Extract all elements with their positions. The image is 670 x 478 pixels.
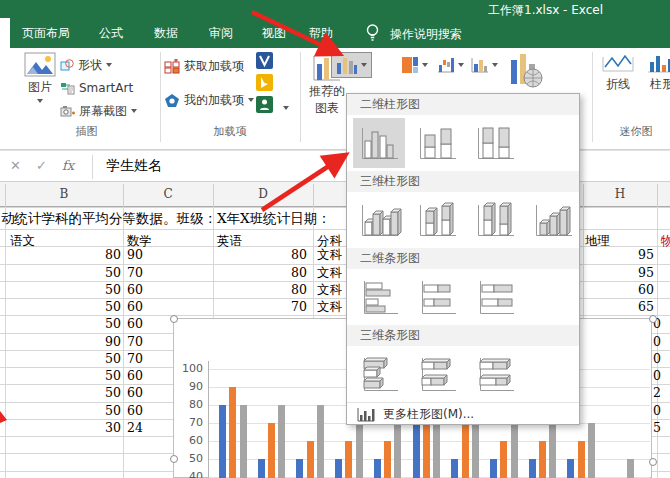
cell-yingyu[interactable]: 70 (230, 298, 307, 315)
cell-yingyu[interactable]: 80 (230, 281, 307, 298)
column-header-H[interactable]: H (615, 187, 625, 201)
insert-statistic-chart-button[interactable] (466, 52, 503, 78)
tab-1[interactable]: 公式 (99, 25, 123, 42)
chart-type-stacked-column-3d[interactable] (411, 195, 463, 245)
cell-yuwen[interactable]: 50 (40, 350, 121, 367)
column-header-B[interactable]: B (60, 187, 69, 201)
chart-ytick-label: 70 (174, 416, 203, 429)
cell-yuwen[interactable]: 90 (40, 333, 121, 350)
chart-type-stacked-bar-2d[interactable] (411, 272, 463, 322)
chart-selection-handle[interactable] (649, 315, 657, 323)
cell-yuwen[interactable]: 50 (40, 315, 121, 332)
cell-shuxue[interactable]: 70 (127, 333, 143, 350)
sparkline-column-button[interactable]: 柱形 (642, 52, 670, 93)
dropdown-section-row-1 (347, 192, 579, 248)
cell-yuwen[interactable]: 50 (40, 281, 121, 298)
chart-type-stacked100-column-2d[interactable] (469, 118, 521, 168)
more-column-charts-item[interactable]: 更多柱形图(M)... (347, 402, 579, 426)
addin-apps-expand[interactable] (283, 98, 289, 117)
cell-dili[interactable]: 60 (574, 281, 654, 298)
smartart-button[interactable]: SmartArt (60, 79, 133, 97)
chart-selection-handle[interactable] (170, 315, 178, 323)
people-graph-button[interactable] (256, 96, 273, 117)
chart-ytick-label: 100 (174, 362, 203, 375)
cell-shuxue[interactable]: 60 (127, 315, 143, 332)
formula-input[interactable]: 学生姓名 (106, 157, 162, 175)
chart-type-clustered-bar-3d[interactable] (353, 349, 405, 399)
insert-hierarchy-chart-button[interactable] (396, 52, 433, 78)
picture-button[interactable]: 图片 (18, 52, 62, 106)
chart-type-stacked-bar-3d[interactable] (411, 349, 463, 399)
chart-selection-handle[interactable] (649, 458, 657, 466)
insert-waterfall-chart-button[interactable] (432, 52, 469, 78)
cell-shuxue[interactable]: 60 (127, 367, 143, 384)
chart-bar-语文 (567, 459, 574, 478)
cell-yuwen[interactable]: 50 (40, 367, 121, 384)
column-header-C[interactable]: C (163, 187, 172, 201)
stacked100-bar-2d-icon (472, 277, 518, 317)
tab-2[interactable]: 数据 (154, 25, 178, 42)
dropdown-section-row-2 (347, 269, 579, 325)
cell-yuwen[interactable]: 50 (40, 402, 121, 419)
cell-header-yuwen[interactable]: 语文 (10, 232, 35, 249)
tab-4[interactable]: 视图 (262, 25, 286, 42)
cell-shuxue[interactable]: 24 (127, 419, 143, 436)
cell-fenke[interactable]: 文科 (317, 298, 342, 315)
tell-me-search[interactable]: 操作说明搜索 (364, 23, 381, 45)
cell-dili[interactable]: 65 (574, 298, 654, 315)
chart-bar-语文 (219, 405, 226, 478)
cell-shuxue[interactable]: 60 (127, 298, 143, 315)
cell-dili[interactable]: 95 (574, 264, 654, 281)
cell-yuwen[interactable]: 50 (40, 298, 121, 315)
chart-type-clustered-bar-2d[interactable] (353, 272, 405, 322)
column-header-D[interactable]: D (258, 187, 268, 201)
fx-icon[interactable]: fx (62, 158, 74, 173)
cell-yuwen[interactable]: 30 (40, 419, 121, 436)
cell-shuxue[interactable]: 60 (127, 402, 143, 419)
cell-fenke[interactable]: 文科 (317, 264, 342, 281)
tab-3[interactable]: 审阅 (209, 25, 233, 42)
chart-type-clustered-column-3d[interactable] (353, 195, 405, 245)
addins-group-label: 加载项 (160, 124, 300, 140)
shapes-button[interactable]: 形状 (60, 56, 112, 74)
sparkline-line-button[interactable]: 折线 (598, 52, 638, 93)
tab-0[interactable]: 页面布局 (22, 25, 70, 42)
cell-yuwen[interactable]: 80 (40, 246, 121, 263)
cell-shuxue[interactable]: 70 (127, 264, 143, 281)
visio-addin-button[interactable] (256, 52, 273, 73)
tab-5[interactable]: 帮助 (309, 25, 333, 42)
active-tab-edge[interactable] (0, 18, 10, 48)
screenshot-button[interactable]: 屏幕截图 (60, 102, 137, 120)
cancel-icon[interactable]: ✕ (10, 158, 21, 173)
get-addins-button[interactable]: 获取加载项 (164, 57, 244, 75)
cell-title-text[interactable]: 动统计学科的平均分等数据。班级：X年X班统计日期： (1, 210, 346, 227)
group-separator (592, 52, 593, 142)
insert-column-chart-button[interactable] (331, 52, 372, 78)
cell-shuxue[interactable]: 90 (127, 246, 143, 263)
cell-fenke[interactable]: 文科 (317, 281, 342, 298)
chart-ytick-label: 50 (174, 452, 203, 465)
cell-shuxue[interactable]: 70 (127, 350, 143, 367)
chart-type-clustered-column-2d[interactable] (353, 118, 405, 168)
chart-type-stacked100-bar-3d[interactable] (469, 349, 521, 399)
chart-type-stacked-column-2d[interactable] (411, 118, 463, 168)
cell-yingyu[interactable]: 80 (230, 264, 307, 281)
cell-yuwen[interactable]: 50 (40, 264, 121, 281)
cell-yuwen[interactable]: 50 (40, 384, 121, 401)
enter-icon[interactable]: ✓ (36, 158, 47, 173)
chart-type-stacked100-column-3d[interactable] (469, 195, 521, 245)
pivotchart-button[interactable] (507, 52, 545, 94)
chart-type-stacked100-bar-2d[interactable] (469, 272, 521, 322)
chart-selection-handle[interactable] (170, 455, 178, 463)
cell-yingyu[interactable]: 80 (230, 246, 307, 263)
insert-group-label: 插图 (13, 124, 160, 140)
cell-dili[interactable]: 95 (574, 246, 654, 263)
cell-header-partial[interactable]: 物 (661, 232, 670, 249)
cell-fenke[interactable]: 文科 (317, 246, 342, 263)
cell-shuxue[interactable]: 60 (127, 281, 143, 298)
my-addins-button[interactable]: 我的加载项 (164, 91, 254, 109)
bing-addin-button[interactable] (256, 74, 273, 95)
chart-bar-语文 (451, 459, 458, 478)
cell-shuxue[interactable]: 60 (127, 384, 143, 401)
chart-type-column-3d[interactable] (527, 195, 579, 245)
